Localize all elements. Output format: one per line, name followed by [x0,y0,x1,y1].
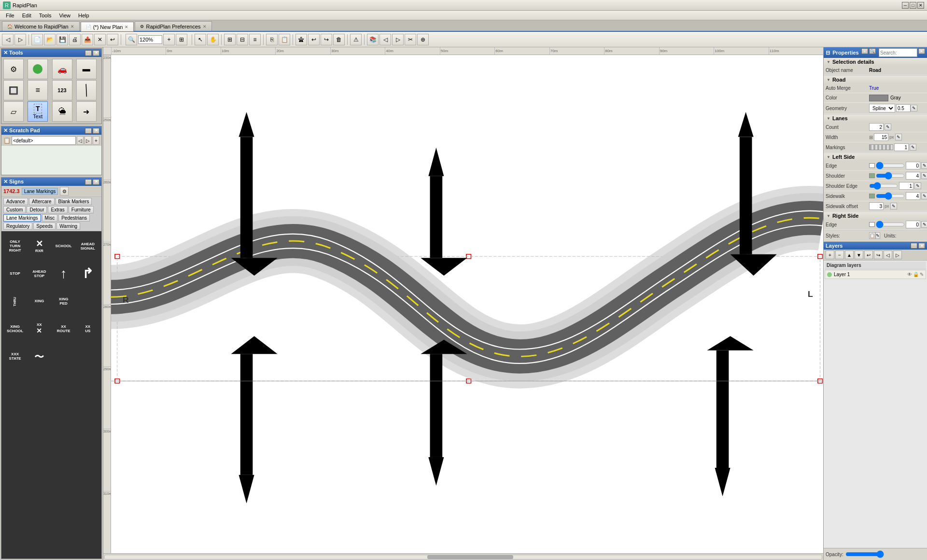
signs-tab-lane-markings[interactable]: Lane Markings [3,214,41,222]
signs-tab-furniture[interactable]: Furniture [69,206,94,213]
close-new-plan-tab[interactable]: ✕ [125,25,128,29]
left-edge-edit-btn[interactable]: ✎ [921,162,927,169]
menu-edit[interactable]: Edit [18,12,35,19]
zoom-input[interactable] [138,35,162,44]
scratch-add[interactable]: + [93,136,99,145]
scratch-panel-close[interactable]: ✕ [93,128,99,134]
signs-category[interactable]: Lane Markings [22,188,58,195]
signs-tab-custom[interactable]: Custom [3,206,26,213]
toolbar-layers[interactable]: 📚 [367,34,379,45]
tool-sign[interactable]: 🚗 [52,59,72,79]
sign-arrow-turn[interactable]: ↱ [76,261,99,287]
toolbar-back[interactable]: ◁ [2,34,14,45]
sign-xx-route[interactable]: XXROUTE [52,316,75,342]
signs-tab-regulatory[interactable]: Regulatory [3,223,32,230]
toolbar-delete[interactable]: 🗑 [333,34,345,45]
signs-tab-aftercare[interactable]: Aftercare [29,198,55,205]
sign-xing-ped[interactable]: XINGPED [52,288,75,315]
scrollbar-horizontal[interactable] [103,553,823,560]
layer-more1[interactable]: ◁ [884,251,892,259]
count-edit-btn[interactable]: ✎ [885,124,891,130]
sidewalk-slider[interactable] [876,194,905,198]
scrollbar-thumb-h[interactable] [427,555,513,559]
props-panel-close[interactable]: ✕ [918,48,925,54]
shoulder-color-btn[interactable] [869,173,875,178]
signs-tab-advance[interactable]: Advance [3,198,28,205]
layer-edit-icon[interactable]: ✎ [920,272,924,277]
sidewalk-offset-edit-btn[interactable]: ✎ [890,203,897,210]
edge-slider[interactable] [876,163,905,168]
sign-xing[interactable]: XING [28,288,51,315]
tool-barrier[interactable]: ▬ [76,59,97,79]
styles-btn1[interactable]: 📋 [869,232,875,239]
layers-panel-close[interactable]: ✕ [918,243,925,249]
toolbar-more1[interactable]: ◁ [379,34,391,45]
signs-tab-extras[interactable]: Extras [48,206,67,213]
layer-add[interactable]: + [826,251,834,259]
signs-tab-warning[interactable]: Warning [56,223,80,230]
tab-welcome[interactable]: 🏠 Welcome to RapidPlan ✕ [2,21,80,31]
layer-lock-icon[interactable]: 🔒 [913,272,919,277]
zoom-fit[interactable]: ⊞ [176,34,187,45]
tool-text[interactable]: T Text [28,101,48,122]
tools-panel-minimize[interactable]: _ [85,50,92,56]
sign-ahead-signal[interactable]: AHEADSIGNAL [76,233,99,260]
layer-more2[interactable]: ▷ [893,251,902,259]
tool-road[interactable]: ⚙ [3,59,24,79]
left-edge-input[interactable] [906,162,920,169]
toolbar-export[interactable]: 📤 [82,34,93,45]
toolbar-pan[interactable]: ✋ [207,34,219,45]
layer-visible-icon[interactable]: 👁 [907,272,912,277]
scratch-layer-input[interactable] [12,136,76,145]
signs-settings[interactable]: ⚙ [60,187,69,196]
shoulder-edit-btn[interactable]: ✎ [921,172,927,179]
zoom-in[interactable]: + [163,34,175,45]
tool-number[interactable]: 123 [52,80,72,100]
count-input[interactable] [869,123,884,131]
toolbar-redo[interactable]: ↪ [321,34,332,45]
sign-only-turn-right[interactable]: ONLYTURNRIGHT [3,233,27,260]
toolbar-forward[interactable]: ▷ [14,34,26,45]
layer-undo[interactable]: ↩ [864,251,873,259]
main-canvas[interactable]: R L [111,55,823,553]
signs-tab-misc[interactable]: Misc [42,214,58,222]
toolbar-save[interactable]: 💾 [56,34,68,45]
opacity-slider[interactable] [845,550,884,558]
shoulder-edge-slider[interactable] [869,183,898,188]
sign-stop[interactable]: STOP [3,261,27,287]
geometry-value-input[interactable] [896,104,911,112]
tab-preferences[interactable]: ⚙ RapidPlan Preferences ✕ [135,21,211,31]
shoulder-edge-input[interactable] [899,182,913,190]
toolbar-new[interactable]: 📄 [31,34,43,45]
right-edge-color-btn[interactable] [869,222,875,227]
tool-arrow[interactable]: ➜ [76,101,97,122]
layer-up[interactable]: ▲ [845,251,854,259]
maximize-button[interactable]: □ [910,2,916,9]
tools-panel-close[interactable]: ✕ [93,50,99,56]
signs-panel-minimize[interactable]: _ [85,179,92,185]
close-welcome-tab[interactable]: ✕ [70,24,74,29]
right-edge-input[interactable] [906,221,920,228]
sign-arrow-up[interactable]: ↑ [52,261,75,287]
width-input[interactable] [874,133,888,141]
toolbar-cut[interactable]: ✂ [405,34,416,45]
signs-tab-pedestrians[interactable]: Pedestrians [58,214,90,222]
tool-object[interactable] [28,59,48,79]
sign-xx-rr[interactable]: XX✕ [28,316,51,342]
menu-tools[interactable]: Tools [35,12,56,19]
sidewalk-color-btn[interactable] [869,194,875,198]
menu-file[interactable]: File [2,12,18,19]
props-toolbar-btn2[interactable]: 🔍 [869,48,876,54]
geometry-edit-btn[interactable]: ✎ [911,105,917,112]
sign-squiggle[interactable]: 〜 [28,343,51,370]
markings-input[interactable] [894,143,909,151]
styles-btn2[interactable]: ✎ [875,232,880,239]
layer-1-item[interactable]: Layer 1 👁 🔒 ✎ [825,270,926,279]
menu-help[interactable]: Help [74,12,93,19]
signs-panel-close[interactable]: ✕ [93,179,99,185]
geometry-select[interactable]: Spline Line [869,104,895,112]
toolbar-road[interactable]: 🛣 [295,34,307,45]
signs-tab-blank[interactable]: Blank Markers [56,198,92,205]
sign-ahead-stop[interactable]: AHEADSTOP [28,261,51,287]
edge-color-btn[interactable] [869,163,875,168]
